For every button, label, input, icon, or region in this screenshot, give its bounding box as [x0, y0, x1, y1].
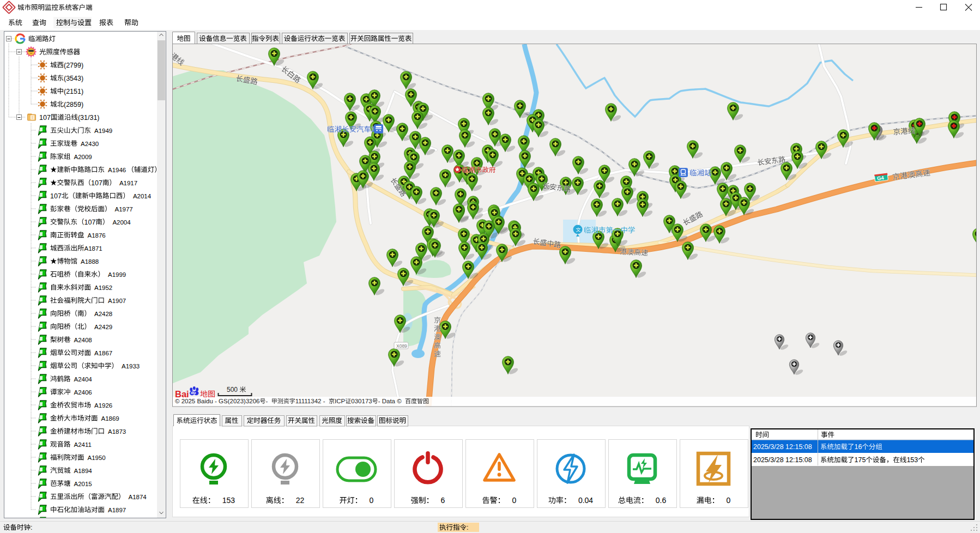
svg-text:A2411: A2411 [74, 441, 92, 448]
svg-text:153: 153 [222, 496, 235, 505]
svg-text:du: du [191, 390, 196, 395]
svg-text:G4: G4 [876, 174, 885, 181]
svg-text::: : [31, 524, 32, 531]
svg-text:A2009: A2009 [74, 154, 92, 160]
svg-text:107: 107 [50, 192, 62, 200]
svg-text:0: 0 [512, 496, 517, 505]
svg-text:-: - [266, 398, 268, 404]
svg-text:500: 500 [227, 386, 238, 393]
svg-text:2025/3/28 12:15:08: 2025/3/28 12:15:08 [753, 456, 812, 464]
svg-text:Bai: Bai [175, 389, 189, 399]
svg-text:A1999: A1999 [108, 271, 126, 278]
svg-text:A1876: A1876 [88, 232, 106, 239]
svg-text:A2408: A2408 [74, 337, 92, 343]
svg-text:A1867: A1867 [94, 350, 112, 356]
svg-text:ICP: ICP [335, 398, 346, 404]
svg-text:A1949: A1949 [94, 128, 112, 134]
svg-text:A2014: A2014 [133, 193, 152, 199]
svg-text:(31/31): (31/31) [78, 114, 100, 122]
svg-text:22: 22 [296, 496, 305, 505]
svg-text:A1894: A1894 [74, 468, 93, 474]
svg-text:030173: 030173 [351, 398, 372, 404]
svg-text:107: 107 [91, 179, 102, 187]
svg-text:A1946: A1946 [108, 167, 126, 173]
svg-text:A1874: A1874 [129, 494, 147, 500]
svg-text:A1952: A1952 [94, 284, 112, 291]
svg-text:(3543): (3543) [64, 75, 83, 82]
svg-text:A2406: A2406 [74, 389, 92, 396]
svg-text:A1869: A1869 [101, 415, 119, 422]
svg-text:- Data ©: - Data © [378, 398, 402, 404]
svg-text:A1871: A1871 [84, 245, 102, 252]
svg-text:A2429: A2429 [94, 324, 112, 330]
svg-text:107: 107 [84, 219, 96, 226]
svg-text:16: 16 [855, 443, 862, 451]
svg-text:2025/3/28 12:15:08: 2025/3/28 12:15:08 [753, 443, 812, 451]
svg-text:A1926: A1926 [94, 402, 112, 409]
svg-text:(2859): (2859) [64, 101, 83, 108]
svg-text:6: 6 [441, 496, 445, 505]
svg-text:A1950: A1950 [88, 455, 106, 461]
svg-text:0.6: 0.6 [656, 496, 667, 505]
svg-text:175: 175 [855, 456, 866, 464]
svg-text:A2004: A2004 [112, 219, 131, 226]
svg-text::: : [467, 524, 468, 531]
svg-text:A1977: A1977 [115, 206, 133, 213]
svg-text:0: 0 [727, 496, 731, 505]
svg-text:107: 107 [39, 114, 51, 122]
svg-text:A1907: A1907 [108, 298, 126, 304]
svg-text:X089: X089 [396, 343, 407, 349]
svg-text:A2428: A2428 [94, 311, 112, 317]
svg-text:(2151): (2151) [64, 88, 83, 95]
svg-text:A1917: A1917 [119, 180, 137, 186]
svg-text:0.04: 0.04 [578, 496, 593, 505]
svg-text:(2799): (2799) [64, 62, 83, 69]
svg-text:A2404: A2404 [74, 376, 93, 383]
svg-text:0: 0 [370, 496, 374, 505]
svg-text:A2015: A2015 [74, 481, 92, 487]
svg-text:153: 153 [906, 456, 918, 464]
svg-text:A1873: A1873 [108, 428, 126, 435]
svg-text:11111342 -: 11111342 - [295, 398, 325, 404]
svg-text:A1888: A1888 [81, 258, 99, 265]
svg-text:A1897: A1897 [108, 507, 126, 513]
svg-text:A2430: A2430 [81, 141, 99, 147]
svg-text:A1933: A1933 [122, 363, 140, 370]
